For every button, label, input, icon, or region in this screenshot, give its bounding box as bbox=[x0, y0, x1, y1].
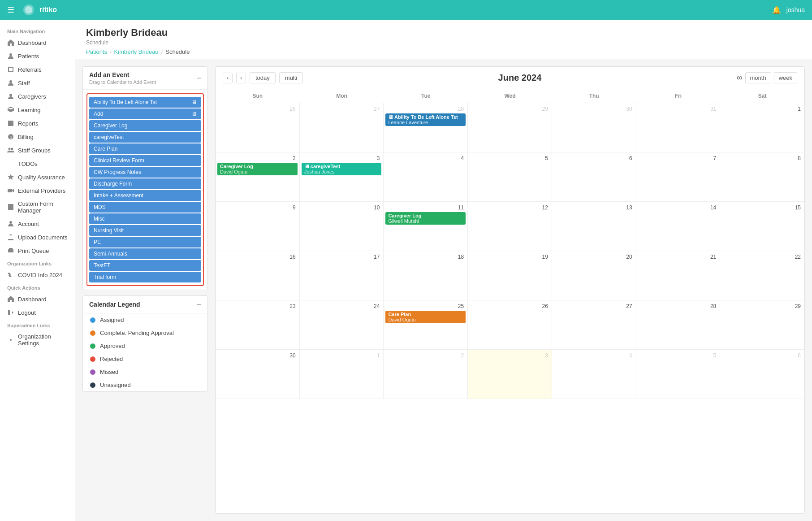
event-item[interactable]: Add🖥 bbox=[89, 109, 201, 119]
calendar-cell[interactable]: 4 bbox=[552, 350, 636, 399]
calendar-cell[interactable]: 25Care PlanDavid Ogutu bbox=[384, 300, 468, 349]
calendar-cell[interactable]: 26 bbox=[468, 300, 552, 349]
event-item[interactable]: Caregiver Log bbox=[89, 120, 201, 131]
calendar-cell[interactable]: 3🖥 caregiveTestJoshua Jones bbox=[300, 152, 384, 201]
event-item[interactable]: Semi-Annuals bbox=[89, 248, 201, 259]
cal-week-button[interactable]: week bbox=[774, 72, 797, 83]
event-item[interactable]: Discharge Form bbox=[89, 178, 201, 189]
calendar-cell[interactable]: 19 bbox=[468, 251, 552, 300]
event-item[interactable]: Clinical Review Form bbox=[89, 155, 201, 166]
event-item[interactable]: Ability To Be Left Alone Tst🖥 bbox=[89, 97, 201, 108]
sidebar-item-billing[interactable]: $ Billing bbox=[0, 130, 75, 143]
calendar-cell[interactable]: 26 bbox=[216, 103, 300, 152]
calendar-cell[interactable]: 21 bbox=[636, 251, 721, 300]
event-item[interactable]: Intake + Assessment bbox=[89, 190, 201, 201]
add-event-close[interactable]: − bbox=[196, 74, 201, 82]
calendar-cell[interactable]: 1 bbox=[300, 350, 384, 399]
calendar-cell[interactable]: 18 bbox=[384, 251, 468, 300]
sidebar-item-logout[interactable]: Logout bbox=[0, 306, 75, 319]
sidebar-item-dashboard[interactable]: Dashboard bbox=[0, 36, 75, 49]
calendar-cell[interactable]: 27 bbox=[300, 103, 384, 152]
calendar-event[interactable]: Caregiver LogGilwell Mutahi bbox=[385, 212, 466, 225]
event-item[interactable]: Care Plan bbox=[89, 143, 201, 154]
calendar-cell[interactable]: 3 bbox=[468, 350, 552, 399]
breadcrumb: Patients / Kimberly Brideau / Schedule bbox=[86, 48, 801, 55]
event-item[interactable]: TestET bbox=[89, 260, 201, 271]
sidebar-item-learning[interactable]: Learning bbox=[0, 103, 75, 117]
sidebar-item-referrals[interactable]: Referrals bbox=[0, 63, 75, 76]
sidebar-item-org-settings[interactable]: Organization Settings bbox=[0, 330, 75, 350]
sidebar-item-dashboard-qa[interactable]: Dashboard bbox=[0, 292, 75, 306]
calendar-cell[interactable]: 20 bbox=[552, 251, 636, 300]
calendar-cell[interactable]: 23 bbox=[216, 300, 300, 349]
calendar-cell[interactable]: 29 bbox=[468, 103, 552, 152]
cal-prev-button[interactable]: ‹ bbox=[223, 73, 233, 83]
notification-icon[interactable]: 🔔 bbox=[772, 6, 781, 14]
calendar-cell[interactable]: 13 bbox=[552, 202, 636, 251]
calendar-cell[interactable]: 28 bbox=[636, 300, 721, 349]
calendar-cell[interactable]: 31 bbox=[636, 103, 721, 152]
calendar-cell[interactable]: 7 bbox=[636, 152, 721, 201]
calendar-cell[interactable]: 6 bbox=[552, 152, 636, 201]
calendar-cell[interactable]: 30 bbox=[552, 103, 636, 152]
event-item-label: CW Progress Notes bbox=[94, 169, 141, 175]
cal-infinity-button[interactable]: ∞ bbox=[737, 73, 743, 82]
calendar-cell[interactable]: 15 bbox=[720, 202, 804, 251]
calendar-event[interactable]: Caregiver LogDavid Ogutu bbox=[217, 163, 298, 175]
sidebar-item-external-providers[interactable]: External Providers bbox=[0, 184, 75, 197]
sidebar-item-quality-assurance[interactable]: Quality Assurance bbox=[0, 170, 75, 184]
legend-close[interactable]: − bbox=[196, 300, 201, 308]
calendar-cell[interactable]: 16 bbox=[216, 251, 300, 300]
calendar-cell[interactable]: 29 bbox=[720, 300, 804, 349]
calendar-event[interactable]: 🖥 Ability To Be Left Alone TstLeanne Lav… bbox=[385, 113, 466, 126]
calendar-cell[interactable]: 6 bbox=[720, 350, 804, 399]
sidebar-item-covid[interactable]: COVID Info 2024 bbox=[0, 268, 75, 282]
sidebar-item-account[interactable]: Account bbox=[0, 217, 75, 230]
sidebar-item-upload[interactable]: Upload Documents bbox=[0, 230, 75, 244]
sidebar-item-print-queue[interactable]: Print Queue bbox=[0, 244, 75, 257]
cal-month-button[interactable]: month bbox=[745, 72, 771, 83]
calendar-cell[interactable]: 27 bbox=[552, 300, 636, 349]
sidebar-item-custom-form[interactable]: Custom Form Manager bbox=[0, 197, 75, 217]
calendar-cell[interactable]: 14 bbox=[636, 202, 721, 251]
calendar-cell[interactable]: 2Caregiver LogDavid Ogutu bbox=[216, 152, 300, 201]
event-item[interactable]: MDS bbox=[89, 202, 201, 213]
calendar-event[interactable]: 🖥 caregiveTestJoshua Jones bbox=[302, 163, 382, 175]
event-item[interactable]: Misc bbox=[89, 213, 201, 224]
cal-next-button[interactable]: › bbox=[236, 73, 246, 83]
calendar-cell[interactable]: 17 bbox=[300, 251, 384, 300]
sidebar-item-staff[interactable]: Staff bbox=[0, 76, 75, 90]
event-item[interactable]: Nursing Visit bbox=[89, 225, 201, 236]
calendar-cell[interactable]: 4 bbox=[384, 152, 468, 201]
cal-multi-button[interactable]: multi bbox=[279, 72, 303, 83]
hamburger-menu[interactable]: ☰ bbox=[7, 5, 14, 15]
sidebar-item-staff-groups[interactable]: Staff Groups bbox=[0, 143, 75, 157]
breadcrumb-patients[interactable]: Patients bbox=[86, 48, 107, 55]
sidebar-item-caregivers[interactable]: Caregivers bbox=[0, 90, 75, 103]
sidebar-item-patients[interactable]: Patients bbox=[0, 49, 75, 63]
calendar-cell[interactable]: 11Caregiver LogGilwell Mutahi bbox=[384, 202, 468, 251]
event-item[interactable]: caregiveTest bbox=[89, 132, 201, 143]
calendar-cell[interactable]: 5 bbox=[636, 350, 721, 399]
calendar-cell[interactable]: 28🖥 Ability To Be Left Alone TstLeanne L… bbox=[384, 103, 468, 152]
event-item[interactable]: Trial form bbox=[89, 272, 201, 282]
calendar-cell[interactable]: 5 bbox=[468, 152, 552, 201]
breadcrumb-patient-name[interactable]: Kimberly Brideau bbox=[114, 48, 159, 55]
calendar-cell[interactable]: 30 bbox=[216, 350, 300, 399]
calendar-cell[interactable]: 1 bbox=[720, 103, 804, 152]
calendar-cell[interactable]: 12 bbox=[468, 202, 552, 251]
calendar-cell[interactable]: 2 bbox=[384, 350, 468, 399]
calendar-event[interactable]: Care PlanDavid Ogutu bbox=[385, 311, 466, 323]
cal-today-button[interactable]: today bbox=[250, 72, 276, 83]
calendar-cell[interactable]: 8 bbox=[720, 152, 804, 201]
calendar-cell[interactable]: 10 bbox=[300, 202, 384, 251]
calendar-cell[interactable]: 22 bbox=[720, 251, 804, 300]
sidebar-item-todos[interactable]: TODOs bbox=[0, 157, 75, 170]
sidebar-item-reports[interactable]: Reports bbox=[0, 117, 75, 130]
event-item[interactable]: PE bbox=[89, 237, 201, 247]
cal-view-buttons: ∞ month week bbox=[737, 72, 797, 83]
calendar-cell[interactable]: 24 bbox=[300, 300, 384, 349]
calendar-cell[interactable]: 9 bbox=[216, 202, 300, 251]
sidebar-label-patients: Patients bbox=[18, 53, 39, 60]
event-item[interactable]: CW Progress Notes bbox=[89, 167, 201, 178]
